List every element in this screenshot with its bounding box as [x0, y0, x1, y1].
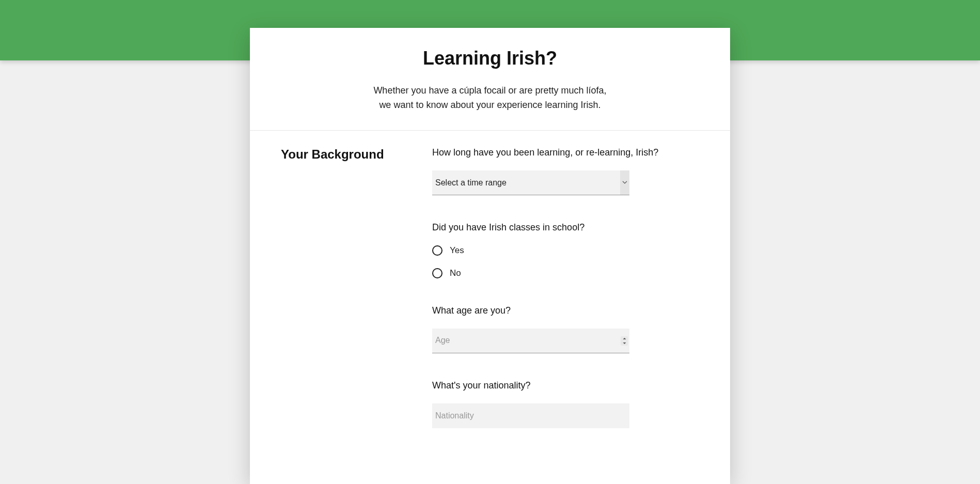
section-heading: Your Background	[281, 147, 432, 162]
question-duration-label: How long have you been learning, or re-l…	[432, 147, 699, 158]
radio-icon	[432, 268, 442, 278]
question-duration: How long have you been learning, or re-l…	[432, 147, 699, 195]
age-input-wrap	[432, 329, 629, 353]
page-title: Learning Irish?	[281, 48, 699, 69]
question-age: What age are you?	[432, 305, 699, 353]
school-radio-yes-label: Yes	[450, 245, 464, 256]
question-age-label: What age are you?	[432, 305, 699, 316]
duration-select[interactable]: Select a time range	[432, 170, 629, 195]
school-radio-yes[interactable]: Yes	[432, 245, 699, 256]
form-body: Your Background How long have you been l…	[250, 131, 730, 428]
subtitle-line-2: we want to know about your experience le…	[379, 100, 600, 110]
school-radio-no-label: No	[450, 268, 461, 278]
form-header: Learning Irish? Whether you have a cúpla…	[250, 28, 730, 131]
school-radio-no[interactable]: No	[432, 268, 699, 278]
questions-column: How long have you been learning, or re-l…	[432, 147, 699, 428]
page-subtitle: Whether you have a cúpla focail or are p…	[281, 84, 699, 113]
question-school-label: Did you have Irish classes in school?	[432, 222, 699, 233]
nationality-input[interactable]	[432, 403, 629, 428]
section-label-column: Your Background	[281, 147, 432, 428]
form-card: Learning Irish? Whether you have a cúpla…	[250, 28, 730, 484]
radio-icon	[432, 245, 442, 256]
nationality-input-wrap	[432, 403, 629, 428]
subtitle-line-1: Whether you have a cúpla focail or are p…	[373, 85, 606, 96]
duration-select-wrap: Select a time range	[432, 170, 629, 195]
question-nationality-label: What's your nationality?	[432, 380, 699, 391]
question-nationality: What's your nationality?	[432, 380, 699, 428]
school-radio-group: Yes No	[432, 245, 699, 278]
age-input[interactable]	[432, 329, 629, 353]
question-school: Did you have Irish classes in school? Ye…	[432, 222, 699, 278]
